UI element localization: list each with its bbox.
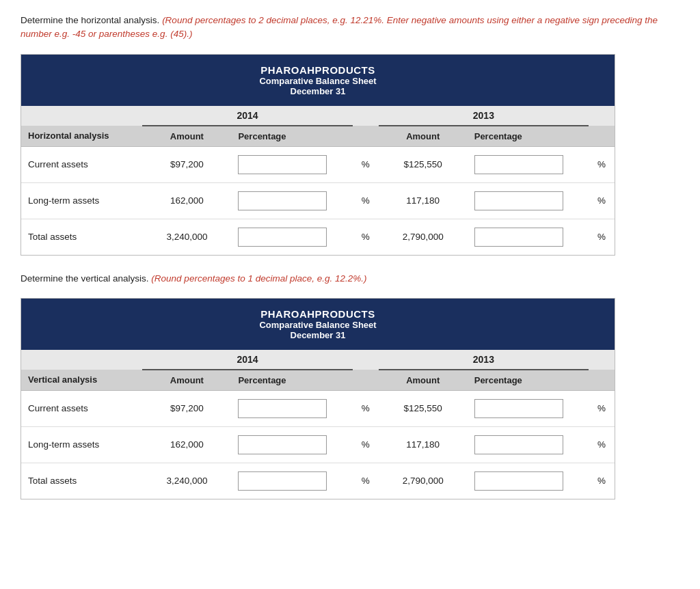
year-2013-label: 2013 (379, 106, 589, 126)
pct-input-2013-total-v[interactable] (468, 463, 589, 499)
pct-input-2013-total[interactable] (468, 219, 589, 255)
row-label-total-assets-v: Total assets (21, 463, 142, 499)
sheet-title-v: Comparative Balance Sheet (28, 320, 608, 330)
amount-2014-total-v: 3,240,000 (142, 463, 231, 499)
pct-symbol: % (353, 219, 379, 255)
vertical-instruction: Determine the vertical analysis. (Round … (21, 272, 679, 286)
pct-input-2013-longterm[interactable] (468, 182, 589, 219)
amount-2013-longterm: 117,180 (379, 182, 468, 219)
analysis-col-header-v: Vertical analysis (21, 370, 142, 391)
table-row: Current assets $97,200 % $125,550 % (21, 390, 615, 426)
pct-input-field[interactable] (474, 228, 563, 247)
pct-symbol-2: % (589, 146, 615, 182)
amount-2013-total-v: 2,790,000 (379, 463, 468, 499)
year-2014-label-v: 2014 (142, 350, 352, 370)
table-row: Total assets 3,240,000 % 2,790,000 % (21, 463, 615, 499)
col-header-row-v: Vertical analysis Amount Percentage Amou… (21, 370, 615, 391)
sheet-title: Comparative Balance Sheet (28, 76, 608, 86)
col-header-row: Horizontal analysis Amount Percentage Am… (21, 126, 615, 147)
percentage-col-header-2013-v: Percentage (468, 370, 589, 391)
pct-input-2014-total[interactable] (231, 219, 352, 255)
vertical-data-table: 2014 2013 Vertical analysis Amount Perce… (21, 350, 615, 499)
pct-input-field-v[interactable] (238, 471, 327, 491)
table-row: Long-term assets 162,000 % 117,180 % (21, 426, 615, 463)
pct-input-field[interactable] (238, 155, 327, 174)
pct-input-2014-longterm[interactable] (231, 182, 352, 219)
pct-input-field[interactable] (474, 191, 563, 210)
company-name-v: PHAROAHPRODUCTS (28, 308, 608, 320)
amount-2014-longterm: 162,000 (142, 182, 231, 219)
pct-input-2014-current[interactable] (231, 146, 352, 182)
pct-input-2014-total-v[interactable] (231, 463, 352, 499)
table-row: Current assets $97,200 % $125,550 % (21, 146, 615, 182)
pct-symbol-2: % (589, 182, 615, 219)
year-2014-label: 2014 (142, 106, 352, 126)
amount-col-header-2014-v: Amount (142, 370, 231, 391)
pct-symbol-2: % (589, 219, 615, 255)
pct-symbol-2-v: % (589, 463, 615, 499)
pct-symbol-v: % (353, 390, 379, 426)
table-row: Long-term assets 162,000 % 117,180 % (21, 182, 615, 219)
percentage-col-header-2014: Percentage (231, 126, 352, 147)
pct-symbol-2-v: % (589, 390, 615, 426)
amount-2013-current: $125,550 (379, 146, 468, 182)
amount-col-header-2014: Amount (142, 126, 231, 147)
pct-input-field[interactable] (238, 191, 327, 210)
pct-input-field-v[interactable] (238, 399, 327, 418)
pct-input-field-v[interactable] (474, 435, 563, 454)
pct-input-field-v[interactable] (238, 435, 327, 454)
analysis-col-header: Horizontal analysis (21, 126, 142, 147)
amount-2014-total: 3,240,000 (142, 219, 231, 255)
company-name: PHAROAHPRODUCTS (28, 64, 608, 76)
amount-col-header-2013-v: Amount (379, 370, 468, 391)
pct-input-2013-longterm-v[interactable] (468, 426, 589, 463)
percentage-col-header-2013: Percentage (468, 126, 589, 147)
pct-input-2014-longterm-v[interactable] (231, 426, 352, 463)
row-label-current-assets-v: Current assets (21, 390, 142, 426)
amount-2013-total: 2,790,000 (379, 219, 468, 255)
amount-2013-longterm-v: 117,180 (379, 426, 468, 463)
pct-input-field-v[interactable] (474, 471, 563, 491)
row-label-total-assets: Total assets (21, 219, 142, 255)
year-header-row-v: 2014 2013 (21, 350, 615, 370)
sheet-date: December 31 (28, 86, 608, 96)
amount-2013-current-v: $125,550 (379, 390, 468, 426)
pct-input-field[interactable] (238, 228, 327, 247)
year-header-row: 2014 2013 (21, 106, 615, 126)
horizontal-table-header: PHAROAHPRODUCTS Comparative Balance Shee… (21, 55, 615, 106)
vertical-table: PHAROAHPRODUCTS Comparative Balance Shee… (21, 298, 615, 499)
horizontal-data-table: 2014 2013 Horizontal analysis Amount Per… (21, 106, 615, 255)
year-2013-label-v: 2013 (379, 350, 589, 370)
pct-symbol: % (353, 146, 379, 182)
amount-2014-current-v: $97,200 (142, 390, 231, 426)
table-row: Total assets 3,240,000 % 2,790,000 % (21, 219, 615, 255)
pct-symbol: % (353, 182, 379, 219)
pct-symbol-v: % (353, 463, 379, 499)
amount-2014-longterm-v: 162,000 (142, 426, 231, 463)
amount-col-header-2013: Amount (379, 126, 468, 147)
row-label-current-assets: Current assets (21, 146, 142, 182)
pct-symbol-2-v: % (589, 426, 615, 463)
row-label-longterm-assets-v: Long-term assets (21, 426, 142, 463)
pct-input-2013-current[interactable] (468, 146, 589, 182)
horizontal-table: PHAROAHPRODUCTS Comparative Balance Shee… (21, 54, 615, 256)
horizontal-instruction: Determine the horizontal analysis. (Roun… (21, 14, 679, 42)
pct-input-field[interactable] (474, 155, 563, 174)
pct-input-2014-current-v[interactable] (231, 390, 352, 426)
pct-input-field-v[interactable] (474, 399, 563, 418)
vertical-table-header: PHAROAHPRODUCTS Comparative Balance Shee… (21, 299, 615, 350)
row-label-longterm-assets: Long-term assets (21, 182, 142, 219)
sheet-date-v: December 31 (28, 330, 608, 340)
pct-symbol-v: % (353, 426, 379, 463)
percentage-col-header-2014-v: Percentage (231, 370, 352, 391)
amount-2014-current: $97,200 (142, 146, 231, 182)
pct-input-2013-current-v[interactable] (468, 390, 589, 426)
